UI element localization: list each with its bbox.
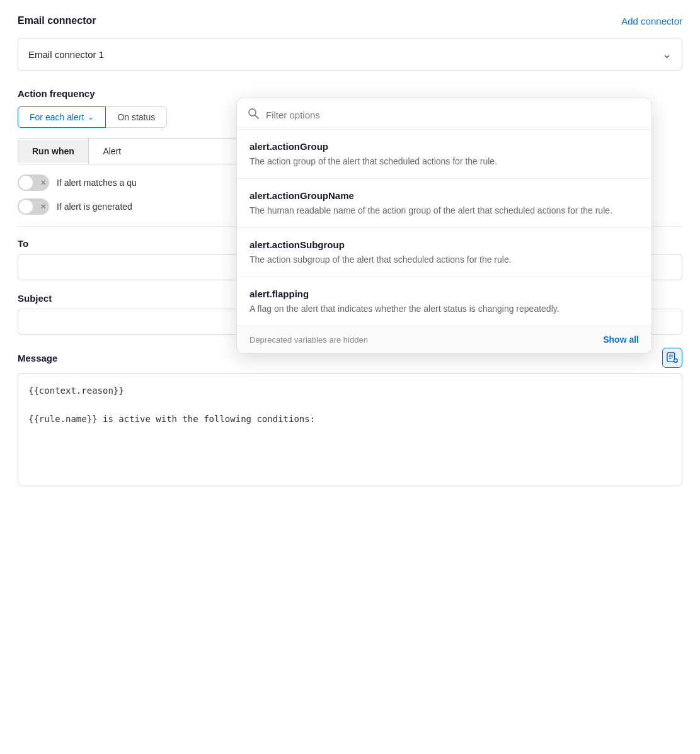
show-all-link[interactable]: Show all <box>603 334 639 345</box>
option-desc-actiongroup: The action group of the alert that sched… <box>250 155 639 168</box>
option-name-actiongroupname: alert.actionGroupName <box>250 190 639 201</box>
popup-footer: Deprecated variables are hidden Show all <box>237 326 651 353</box>
toggle-x-icon-2: ✕ <box>40 203 46 211</box>
option-item-actionsubgroup[interactable]: alert.actionSubgroup The action subgroup… <box>237 228 651 277</box>
option-item-actiongroup[interactable]: alert.actionGroup The action group of th… <box>237 130 651 179</box>
chevron-down-icon: ⌄ <box>662 47 672 61</box>
alert-tab-label: Alert <box>103 146 121 156</box>
run-when-label: Run when <box>32 146 74 156</box>
chevron-down-small-icon: ⌄ <box>88 113 94 122</box>
svg-point-7 <box>249 109 256 116</box>
option-desc-actionsubgroup: The action subgroup of the alert that sc… <box>250 253 639 266</box>
toggle-label-2: If alert is generated <box>57 202 132 212</box>
options-search-input[interactable] <box>266 110 641 120</box>
tab-for-each-alert-label: For each alert <box>30 112 84 122</box>
toggle-x-icon-1: ✕ <box>40 179 46 187</box>
add-variable-icon <box>667 352 678 363</box>
message-textarea[interactable]: {{context.reason}} {{rule.name}} is acti… <box>18 373 682 486</box>
tab-on-status[interactable]: On status <box>106 106 167 128</box>
option-desc-actiongroupname: The human readable name of the action gr… <box>250 204 639 217</box>
connector-selected-value: Email connector 1 <box>28 49 104 60</box>
deprecated-notice: Deprecated variables are hidden <box>250 335 368 345</box>
alert-tab[interactable]: Alert <box>89 140 135 163</box>
tab-on-status-label: On status <box>117 112 155 122</box>
toggle-knob-1 <box>19 176 33 190</box>
option-desc-flapping: A flag on the alert that indicates wheth… <box>250 302 639 316</box>
search-icon <box>247 107 260 123</box>
options-list: alert.actionGroup The action group of th… <box>237 130 651 326</box>
toggle-knob-2 <box>19 200 33 214</box>
connector-dropdown[interactable]: Email connector 1 ⌄ <box>18 38 682 71</box>
add-connector-link[interactable]: Add connector <box>621 16 682 26</box>
message-label: Message <box>18 353 57 363</box>
toggle-2[interactable]: ✕ <box>18 198 49 215</box>
toggle-label-1: If alert matches a qu <box>57 178 137 188</box>
options-popup: alert.actionGroup The action group of th… <box>236 98 652 353</box>
option-name-flapping: alert.flapping <box>250 288 639 299</box>
run-when-row: Run when Alert <box>18 138 251 164</box>
option-name-actionsubgroup: alert.actionSubgroup <box>250 239 639 250</box>
option-name-actiongroup: alert.actionGroup <box>250 141 639 152</box>
option-item-flapping[interactable]: alert.flapping A flag on the alert that … <box>237 277 651 326</box>
page-title: Email connector <box>18 15 96 26</box>
message-icon-button[interactable] <box>662 348 682 368</box>
run-when-tab[interactable]: Run when <box>18 140 88 163</box>
option-item-actiongroupname[interactable]: alert.actionGroupName The human readable… <box>237 179 651 228</box>
options-search-row <box>237 98 651 130</box>
message-field-section: Message {{context.reason}} {{rule.name}}… <box>18 348 682 489</box>
header-row: Email connector Add connector <box>18 15 682 26</box>
svg-line-8 <box>255 115 258 118</box>
toggle-1[interactable]: ✕ <box>18 174 49 191</box>
tab-for-each-alert[interactable]: For each alert ⌄ <box>18 106 106 128</box>
